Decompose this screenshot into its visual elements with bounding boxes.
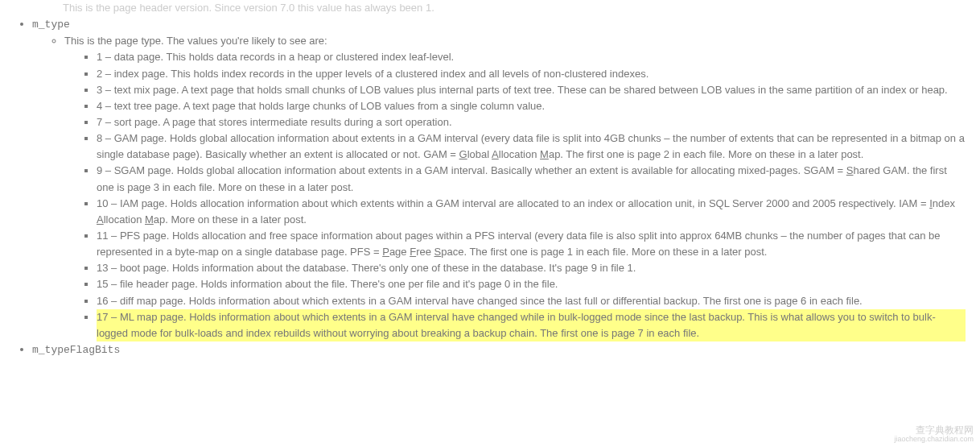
- m-type-value-item: 9 – SGAM page. Holds global allocation i…: [97, 163, 966, 195]
- m-type-value-item: 13 – boot page. Holds information about …: [97, 260, 966, 276]
- m-type-value-item: 1 – data page. This holds data records i…: [97, 49, 966, 65]
- m-type-sublist: This is the page type. The values you're…: [32, 33, 966, 341]
- m-type-value-item: 4 – text tree page. A text page that hol…: [97, 98, 966, 114]
- m-type-value-item: 10 – IAM page. Holds allocation informat…: [97, 196, 966, 228]
- field-m-typeflagbits: m_typeFlagBits: [32, 341, 966, 358]
- field-m-type-label: m_type: [32, 19, 70, 31]
- m-type-intro: This is the page type. The values you're…: [64, 33, 966, 341]
- m-type-value-item: 11 – PFS page. Holds allocation and free…: [97, 228, 966, 260]
- partial-top-text: This is the page header version. Since v…: [32, 0, 966, 16]
- field-m-type: m_type This is the page type. The values…: [32, 16, 966, 341]
- m-type-value-item: 15 – file header page. Holds information…: [97, 276, 966, 292]
- partial-previous-item: This is the page header version. Since v…: [0, 0, 966, 16]
- m-type-values-list: 1 – data page. This holds data records i…: [64, 49, 966, 341]
- m-type-value-item: 2 – index page. This holds index records…: [97, 66, 966, 82]
- field-m-typeflagbits-label: m_typeFlagBits: [32, 344, 120, 356]
- m-type-value-item: 8 – GAM page. Holds global allocation in…: [97, 130, 966, 163]
- document-content: This is the page header version. Since v…: [0, 0, 980, 363]
- m-type-value-item: 16 – diff map page. Holds information ab…: [97, 293, 966, 309]
- m-type-value-item: 3 – text mix page. A text page that hold…: [97, 82, 966, 98]
- m-type-value-item: 17 – ML map page. Holds information abou…: [97, 309, 966, 341]
- m-type-intro-text: This is the page type. The values you're…: [64, 35, 327, 47]
- top-level-list: This is the page header version. Since v…: [0, 0, 966, 358]
- m-type-value-item: 7 – sort page. A page that stores interm…: [97, 114, 966, 130]
